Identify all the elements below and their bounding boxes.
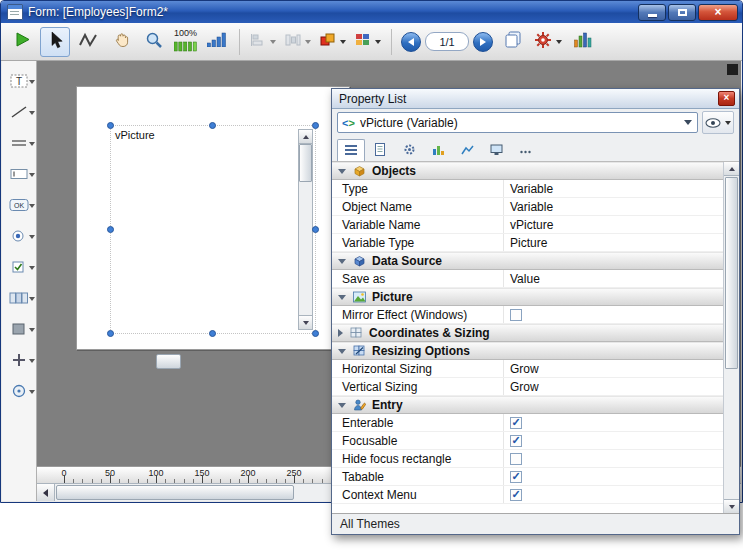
section-header-resizing-options[interactable]: Resizing Options: [332, 342, 723, 360]
context-menu-checkbox[interactable]: [510, 489, 522, 501]
object-vertical-scrollbar[interactable]: [298, 129, 313, 330]
mirror-effect-windows-checkbox[interactable]: [510, 309, 522, 321]
scroll-left-button[interactable]: [37, 484, 55, 501]
splitter-lines-tool[interactable]: [2, 127, 36, 158]
grid-color-button[interactable]: [352, 27, 384, 57]
tab-control-tool[interactable]: [2, 282, 36, 313]
distribute-button[interactable]: [282, 27, 314, 57]
chevron-down-icon[interactable]: [29, 328, 35, 332]
marker-button[interactable]: [73, 27, 103, 57]
chevron-down-icon[interactable]: [29, 111, 35, 115]
scroll-down-button[interactable]: [299, 315, 312, 329]
field-tool[interactable]: [2, 158, 36, 189]
section-header-coordinates-sizing[interactable]: Coordinates & Sizing: [332, 324, 723, 342]
scrollbar-thumb[interactable]: [725, 177, 738, 369]
scrollbar-thumb[interactable]: [299, 144, 312, 182]
selection-handle-top-center[interactable]: [209, 122, 216, 129]
visibility-options-button[interactable]: [702, 111, 734, 134]
property-list-close-button[interactable]: ×: [718, 91, 735, 106]
section-header-picture[interactable]: Picture: [332, 288, 723, 306]
selection-handle-mid-left[interactable]: [107, 226, 114, 233]
align-button[interactable]: [247, 27, 279, 57]
selection-handle-top-right[interactable]: [312, 122, 319, 129]
chevron-down-icon[interactable]: [29, 390, 35, 394]
zoom-level-control[interactable]: 100%: [172, 27, 199, 57]
close-button[interactable]: ×: [698, 4, 738, 21]
property-value[interactable]: vPicture: [504, 218, 553, 232]
section-header-objects[interactable]: Objects: [332, 162, 723, 180]
theme-filter[interactable]: All Themes: [332, 513, 739, 534]
section-header-entry[interactable]: Entry: [332, 396, 723, 414]
scrollbar-thumb[interactable]: [56, 485, 294, 500]
hide-focus-rectangle-checkbox[interactable]: [510, 453, 522, 465]
checkbox-tool[interactable]: [2, 251, 36, 282]
property-list-title-bar[interactable]: Property List ×: [332, 89, 739, 109]
disclosure-triangle[interactable]: [338, 169, 346, 174]
property-list-scrollbar[interactable]: [723, 162, 739, 513]
chevron-down-icon[interactable]: [29, 142, 35, 146]
property-tab-page[interactable]: [366, 139, 394, 161]
property-value[interactable]: Variable: [504, 182, 553, 196]
disclosure-triangle[interactable]: [338, 295, 346, 300]
selection-handle-bottom-right[interactable]: [312, 330, 319, 337]
pages-button[interactable]: [498, 27, 528, 57]
scroll-up-button[interactable]: [299, 130, 312, 144]
chevron-down-icon[interactable]: [29, 359, 35, 363]
line-tool[interactable]: [2, 96, 36, 127]
selection-handle-top-left[interactable]: [107, 122, 114, 129]
rectangle-tool[interactable]: [2, 313, 36, 344]
button-tool[interactable]: OK: [2, 189, 36, 220]
tabable-checkbox[interactable]: [510, 471, 522, 483]
property-value[interactable]: Picture: [504, 236, 547, 250]
scroll-up-button[interactable]: [724, 162, 739, 176]
maximize-button[interactable]: [668, 4, 696, 21]
property-value[interactable]: Variable: [504, 200, 553, 214]
run-button[interactable]: [7, 27, 37, 57]
property-tab-monitor[interactable]: [482, 139, 510, 161]
disclosure-triangle[interactable]: [338, 329, 343, 337]
form-page[interactable]: vPicture: [76, 86, 350, 350]
selection-handle-bottom-left[interactable]: [107, 330, 114, 337]
property-tab-gear[interactable]: [395, 139, 423, 161]
radio-button-tool[interactable]: [2, 220, 36, 251]
property-value[interactable]: Value: [504, 272, 540, 286]
property-value[interactable]: Grow: [504, 362, 539, 376]
picture-object[interactable]: vPicture: [110, 125, 316, 334]
chevron-down-icon[interactable]: [29, 266, 35, 270]
chevron-down-icon[interactable]: [29, 173, 35, 177]
pointer-button[interactable]: [40, 27, 70, 57]
property-tab-list[interactable]: [337, 139, 365, 161]
disclosure-triangle[interactable]: [338, 403, 346, 408]
disclosure-triangle[interactable]: [338, 259, 346, 264]
gear-red-button[interactable]: [531, 27, 565, 57]
mover-tool[interactable]: [2, 344, 36, 375]
chevron-down-icon[interactable]: [29, 297, 35, 301]
layer-color-button[interactable]: [317, 27, 349, 57]
zoom-button[interactable]: [139, 27, 169, 57]
chart-bars-button[interactable]: [568, 27, 598, 57]
property-tab-more[interactable]: [511, 139, 539, 161]
zoom-bars-button[interactable]: [202, 27, 232, 57]
previous-page-button[interactable]: [401, 32, 421, 52]
chevron-down-icon[interactable]: [29, 204, 35, 208]
property-tab-plot[interactable]: [453, 139, 481, 161]
text-tool[interactable]: T: [2, 65, 36, 96]
next-page-button[interactable]: [473, 32, 493, 52]
object-selector-dropdown[interactable]: < > vPicture (Variable): [337, 112, 698, 133]
page-number-field[interactable]: 1/1: [425, 32, 469, 51]
focusable-checkbox[interactable]: [510, 435, 522, 447]
selection-handle-bottom-center[interactable]: [209, 330, 216, 337]
enterable-checkbox[interactable]: [510, 417, 522, 429]
section-header-data-source[interactable]: Data Source: [332, 252, 723, 270]
minimize-button[interactable]: [638, 4, 666, 21]
object-horizontal-scrollbar-thumb[interactable]: [156, 354, 181, 369]
disclosure-triangle[interactable]: [338, 349, 346, 354]
hand-button[interactable]: [106, 27, 136, 57]
scroll-down-button[interactable]: [724, 499, 739, 513]
selection-handle-mid-right[interactable]: [312, 226, 319, 233]
title-bar[interactable]: Form: [Employees]Form2* ×: [1, 1, 742, 23]
plugin-tool[interactable]: [2, 375, 36, 406]
chevron-down-icon[interactable]: [29, 80, 35, 84]
property-tab-events[interactable]: [424, 139, 452, 161]
chevron-down-icon[interactable]: [29, 235, 35, 239]
